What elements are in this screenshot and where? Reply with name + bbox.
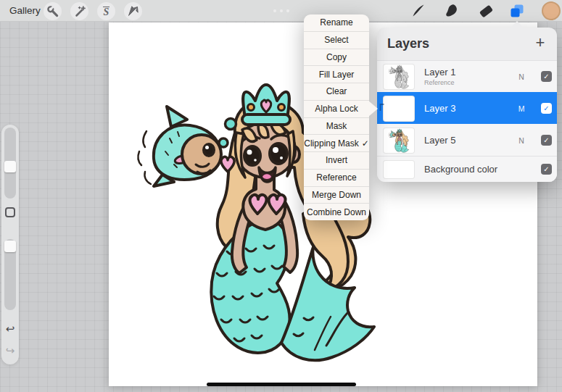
eraser-tool-button[interactable]: [478, 3, 494, 19]
menu-item-fill-layer[interactable]: Fill Layer: [304, 65, 369, 83]
undo-button[interactable]: ↩: [1, 323, 19, 335]
menu-item-merge-down[interactable]: Merge Down: [304, 186, 369, 204]
layer-name: Layer 5: [424, 135, 455, 146]
menu-item-reference[interactable]: Reference: [304, 169, 369, 186]
multitasking-dots[interactable]: [273, 9, 294, 12]
menu-item-copy[interactable]: Copy: [304, 49, 369, 66]
menu-item-invert[interactable]: Invert: [304, 151, 369, 169]
blend-mode-button[interactable]: N: [516, 136, 526, 145]
wrench-icon: [46, 4, 59, 18]
eraser-icon: [478, 3, 494, 19]
menu-item-mask[interactable]: Mask: [304, 117, 369, 135]
visibility-checkbox[interactable]: ✓: [541, 103, 552, 114]
actions-button[interactable]: [44, 2, 62, 20]
layers-panel-header: Layers +: [377, 28, 557, 60]
visibility-checkbox[interactable]: ✓: [541, 135, 552, 146]
color-swatch[interactable]: [542, 1, 561, 20]
menu-item-select[interactable]: Select: [304, 31, 369, 49]
procreate-workspace: { "topbar": { "gallery_label": "Gallery"…: [0, 0, 562, 392]
menu-item-combine-down[interactable]: Combine Down: [304, 203, 369, 220]
layer-name: Layer 3: [424, 103, 455, 114]
layer-sublabel: Reference: [424, 79, 455, 86]
clipping-mask-indicator-icon: [379, 103, 385, 112]
blend-mode-button[interactable]: N: [516, 72, 526, 81]
layer-thumbnail: [383, 128, 415, 154]
menu-item-alpha-lock[interactable]: Alpha Lock: [304, 100, 369, 117]
layers-panel-caret: [510, 21, 524, 28]
blend-mode-button[interactable]: M: [516, 104, 526, 113]
share-arrow-icon: [126, 4, 140, 18]
layer-thumbnail: [383, 96, 415, 122]
redo-button[interactable]: ↪: [1, 345, 19, 356]
layer-name: Background color: [424, 164, 497, 175]
brush-size-handle[interactable]: [4, 161, 16, 172]
layer-context-menu: Rename Select Copy Fill Layer Clear Alph…: [304, 14, 369, 220]
adjustments-button[interactable]: [70, 2, 88, 20]
layer-row-background[interactable]: Background color ✓: [377, 156, 557, 182]
visibility-checkbox[interactable]: ✓: [541, 164, 552, 175]
brush-opacity-handle[interactable]: [4, 241, 16, 252]
layers-panel: Layers + Layer 1 Reference N ✓ Layer 3 M…: [377, 28, 557, 182]
modify-button[interactable]: [5, 207, 15, 217]
gallery-button[interactable]: Gallery: [9, 0, 41, 22]
layer-row-layer1[interactable]: Layer 1 Reference N ✓: [377, 60, 557, 92]
menu-item-clear[interactable]: Clear: [304, 83, 369, 100]
top-toolbar: Gallery S: [0, 0, 562, 22]
sidebar-tool-strip: ↩ ↪: [1, 125, 19, 364]
brush-opacity-slider[interactable]: [4, 239, 16, 310]
magic-wand-icon: [73, 4, 86, 18]
menu-item-rename[interactable]: Rename: [304, 14, 369, 31]
brush-size-slider[interactable]: [4, 128, 16, 199]
smudge-tool-button[interactable]: [444, 3, 460, 19]
layer-row-layer3-selected[interactable]: Layer 3 M ✓: [377, 92, 557, 124]
transform-button[interactable]: [124, 2, 142, 20]
layers-panel-button[interactable]: [509, 3, 525, 19]
smudge-icon: [444, 3, 460, 19]
menu-item-clipping-mask[interactable]: Clipping Mask✓: [304, 134, 369, 151]
home-indicator[interactable]: [207, 383, 356, 386]
layers-panel-title: Layers: [387, 36, 429, 51]
layer-thumbnail: [383, 160, 415, 179]
add-layer-button[interactable]: +: [531, 33, 550, 52]
brush-icon: [410, 3, 426, 19]
visibility-checkbox[interactable]: ✓: [541, 71, 552, 82]
selection-icon: S: [103, 7, 110, 17]
layer-name: Layer 1: [424, 67, 455, 78]
brush-tool-button[interactable]: [410, 3, 426, 19]
layers-icon: [509, 3, 525, 19]
layer-row-layer5[interactable]: Layer 5 N ✓: [377, 124, 557, 156]
layer-thumbnail: [383, 64, 415, 90]
context-menu-arrow: [368, 101, 378, 117]
selection-button[interactable]: S: [97, 2, 115, 20]
